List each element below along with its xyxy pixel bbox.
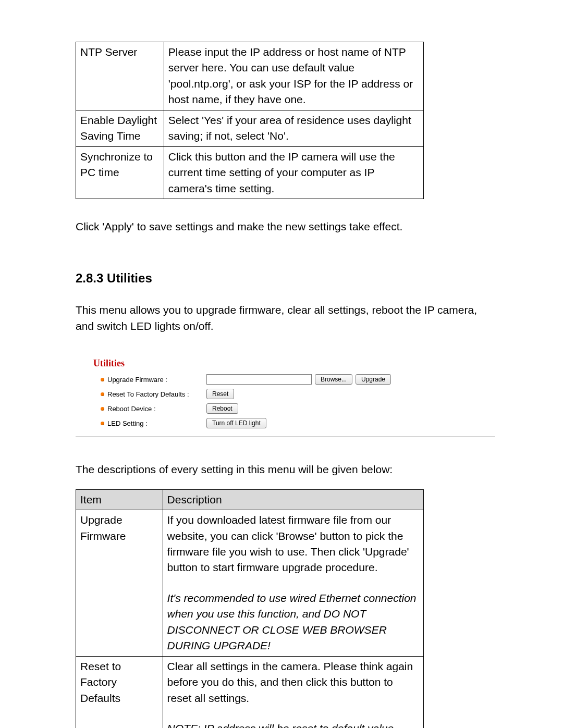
utilities-panel-title: Utilities	[91, 358, 409, 372]
reboot-button[interactable]: Reboot	[206, 403, 238, 414]
t2-r2-desc: Clear all settings in the camera. Please…	[163, 656, 423, 728]
below-paragraph: The descriptions of every setting in thi…	[76, 462, 490, 477]
row-reboot-device: Reboot Device : Reboot	[91, 401, 409, 416]
section-heading: 2.8.3 Utilities	[76, 271, 490, 286]
reset-button[interactable]: Reset	[206, 389, 234, 399]
t2-r1-item: Upgrade Firmware	[76, 510, 163, 657]
reset-defaults-label: Reset To Factory Defaults :	[107, 390, 206, 398]
t1-r3-item: Synchronize to PC time	[76, 146, 164, 199]
divider-line	[76, 436, 495, 437]
spacer	[167, 706, 419, 721]
t1-r1-desc: Please input the IP address or host name…	[164, 42, 423, 110]
intro-paragraph: This menu allows you to upgrade firmware…	[76, 302, 490, 334]
utilities-description-table: Item Description Upgrade Firmware If you…	[76, 489, 424, 728]
document-page: NTP Server Please input the IP address o…	[0, 0, 563, 728]
t2-r2-item: Reset to Factory Defaults	[76, 656, 163, 728]
row-upgrade-firmware: Upgrade Firmware : Browse... Upgrade	[91, 372, 409, 387]
utilities-panel: Utilities Upgrade Firmware : Browse... U…	[91, 354, 409, 436]
t1-r2-item: Enable Daylight Saving Time	[76, 110, 164, 146]
bullet-icon	[101, 422, 104, 425]
bullet-icon	[101, 378, 104, 381]
t1-r2-desc: Select 'Yes' if your area of residence u…	[164, 110, 423, 146]
upgrade-firmware-label: Upgrade Firmware :	[107, 376, 206, 384]
t1-r3-desc: Click this button and the IP camera will…	[164, 146, 423, 199]
t2-r1-desc: If you downloaded latest firmware file f…	[163, 510, 423, 657]
reboot-device-label: Reboot Device :	[107, 405, 206, 413]
led-setting-label: LED Setting :	[107, 419, 206, 427]
turn-off-led-button[interactable]: Turn off LED light	[206, 418, 266, 428]
upgrade-button[interactable]: Upgrade	[356, 374, 391, 385]
firmware-file-input[interactable]	[206, 374, 312, 385]
apply-paragraph: Click 'Apply' to save settings and make …	[76, 219, 490, 235]
ntp-settings-table: NTP Server Please input the IP address o…	[76, 42, 424, 199]
row-reset-defaults: Reset To Factory Defaults : Reset	[91, 387, 409, 401]
bullet-icon	[101, 392, 104, 396]
spacer	[167, 576, 419, 590]
t2-r1-p1: If you downloaded latest firmware file f…	[167, 512, 419, 576]
bullet-icon	[101, 407, 104, 411]
utilities-screenshot: Utilities Upgrade Firmware : Browse... U…	[76, 354, 490, 436]
t2-r2-p2: NOTE: IP address will be reset to defaul…	[167, 721, 419, 728]
row-led-setting: LED Setting : Turn off LED light	[91, 416, 409, 430]
t2-r1-p2: It's recommended to use wired Ethernet c…	[167, 590, 419, 654]
t2-r2-p1: Clear all settings in the camera. Please…	[167, 659, 419, 706]
t2-head-desc: Description	[163, 489, 423, 510]
browse-button[interactable]: Browse...	[315, 374, 352, 385]
t2-head-item: Item	[76, 489, 163, 510]
t1-r1-item: NTP Server	[76, 42, 164, 110]
